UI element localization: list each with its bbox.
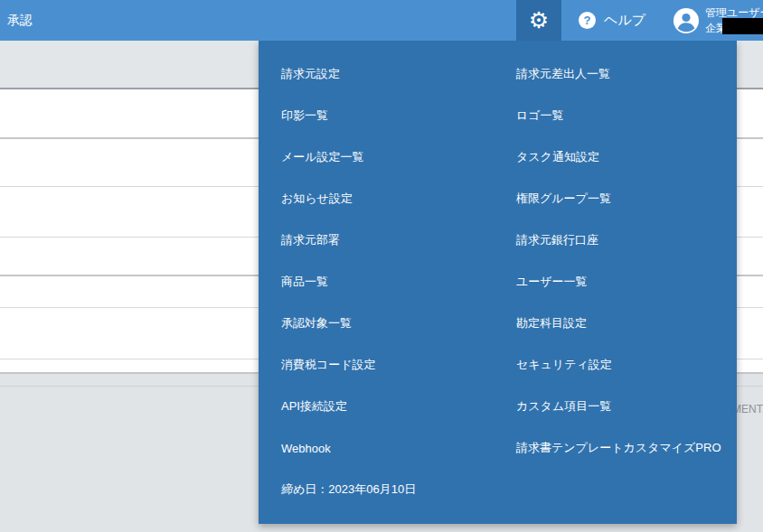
- menu-item-api-connection-settings[interactable]: API接続設定: [281, 386, 507, 427]
- menu-item-sender-bank-accounts[interactable]: 請求元銀行口座: [516, 219, 742, 261]
- page-title: 承認: [7, 0, 33, 41]
- menu-item-product-list[interactable]: 商品一覧: [281, 261, 507, 303]
- menu-item-logo-list[interactable]: ロゴ一覧: [516, 95, 742, 136]
- menu-item-notice-settings[interactable]: お知らせ設定: [281, 178, 507, 219]
- menu-item-user-list[interactable]: ユーザー一覧: [516, 261, 742, 303]
- menu-item-task-notification-settings[interactable]: タスク通知設定: [516, 136, 742, 178]
- settings-gear-button[interactable]: ⚙: [516, 0, 561, 41]
- settings-dropdown-menu: 請求元設定 印影一覧 メール設定一覧 お知らせ設定 請求元部署 商品一覧 承認対…: [259, 41, 737, 524]
- menu-item-permission-group-list[interactable]: 権限グループ一覧: [516, 178, 742, 219]
- menu-item-approval-target-list[interactable]: 承認対象一覧: [281, 303, 507, 344]
- app-screen: MENT, 承認 ⚙ ? ヘルプ 管理ユーザー 企業ID：: [0, 0, 763, 532]
- menu-item-seal-list[interactable]: 印影一覧: [281, 95, 507, 136]
- redacted-company-id: [722, 18, 763, 34]
- menu-column-right: 請求元差出人一覧 ロゴ一覧 タスク通知設定 権限グループ一覧 請求元銀行口座 ユ…: [516, 53, 742, 469]
- closing-date-info: 締め日：2023年06月10日: [281, 469, 507, 510]
- menu-item-webhook[interactable]: Webhook: [281, 427, 507, 469]
- menu-item-account-title-settings[interactable]: 勘定科目設定: [516, 303, 742, 344]
- menu-item-custom-field-list[interactable]: カスタム項目一覧: [516, 386, 742, 427]
- menu-item-invoice-sender-settings[interactable]: 請求元設定: [281, 53, 507, 95]
- user-avatar-icon: [673, 7, 700, 34]
- menu-item-sender-departments[interactable]: 請求元部署: [281, 219, 507, 261]
- menu-item-tax-code-settings[interactable]: 消費税コード設定: [281, 344, 507, 386]
- help-label: ヘルプ: [604, 12, 645, 29]
- menu-item-invoice-sender-list[interactable]: 請求元差出人一覧: [516, 53, 742, 95]
- menu-item-mail-settings-list[interactable]: メール設定一覧: [281, 136, 507, 178]
- menu-column-left: 請求元設定 印影一覧 メール設定一覧 お知らせ設定 請求元部署 商品一覧 承認対…: [281, 53, 507, 510]
- top-navigation-bar: 承認 ⚙ ? ヘルプ 管理ユーザー 企業ID：: [0, 0, 763, 41]
- gear-icon: ⚙: [529, 9, 549, 32]
- help-button[interactable]: ? ヘルプ: [579, 0, 645, 41]
- menu-item-invoice-template-customize-pro[interactable]: 請求書テンプレートカスタマイズPRO: [516, 427, 742, 469]
- help-icon: ?: [579, 12, 596, 29]
- menu-item-security-settings[interactable]: セキュリティ設定: [516, 344, 742, 386]
